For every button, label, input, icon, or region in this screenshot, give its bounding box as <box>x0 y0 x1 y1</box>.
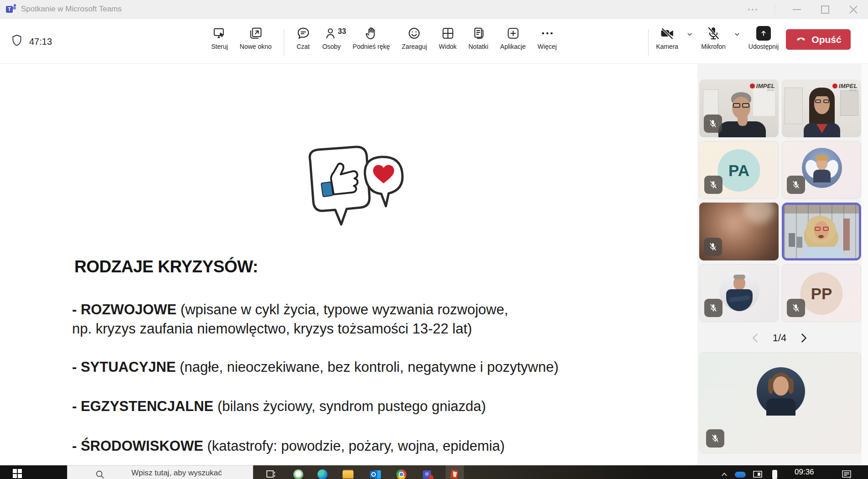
podnies-reke-button[interactable]: Podnieś rękę <box>353 26 390 50</box>
powerpoint-app-icon[interactable] <box>449 469 461 479</box>
chat-icon <box>296 26 311 41</box>
person-silhouette <box>784 205 859 258</box>
chrome-app-icon[interactable] <box>395 469 407 479</box>
shield-icon <box>11 34 23 49</box>
slide-paragraph: - ŚRODOWISKOWE (katastrofy: powodzie, po… <box>72 437 505 456</box>
widok-button[interactable]: Widok <box>439 26 457 50</box>
like-bubble <box>310 147 369 224</box>
participant-tile-avatar[interactable] <box>699 264 779 322</box>
shared-screen-slide: RODZAJE KRYZYSÓW: - ROZWOJOWE (wpisane w… <box>0 64 697 465</box>
window-titlebar: T Spotkanie w Microsoft Teams <box>0 0 868 19</box>
slide-paragraph: - SYTUACYJNE (nagłe, nieoczekiwane, bez … <box>72 358 559 377</box>
aplikacje-button[interactable]: Aplikacje <box>500 26 526 50</box>
windows-taskbar: 09:36 <box>0 465 868 479</box>
mic-muted-icon <box>787 299 805 317</box>
notes-icon <box>471 26 486 41</box>
maximize-icon[interactable] <box>819 3 832 16</box>
apps-plus-icon <box>506 26 520 41</box>
leave-label: Opuść <box>811 34 841 45</box>
speech-bubbles-illustration <box>292 142 407 244</box>
participant-tile-initials[interactable]: PP <box>782 264 861 322</box>
share-screen-icon <box>756 26 771 41</box>
tray-chevron-up-icon[interactable] <box>718 469 730 479</box>
teams-meeting-window: T Spotkanie w Microsoft Teams 47:13 <box>0 0 868 479</box>
mic-muted-icon <box>706 429 724 448</box>
toolbar-divider <box>648 29 649 56</box>
display-tray-icon[interactable] <box>752 469 764 479</box>
pager-next-icon[interactable] <box>799 333 808 344</box>
hangup-phone-icon <box>795 32 807 47</box>
participant-tile-avatar[interactable] <box>782 141 861 199</box>
meeting-timer: 47:13 <box>29 36 52 47</box>
teams-app-icon: T <box>6 4 17 15</box>
more-dots-icon <box>540 26 555 41</box>
taskbar-search[interactable] <box>67 465 253 479</box>
steruj-button[interactable]: Steruj <box>211 26 228 50</box>
sidebar-right-gutter <box>862 64 868 465</box>
task-view-icon[interactable] <box>265 469 276 479</box>
react-smiley-icon <box>407 26 421 41</box>
teams-taskbar-icon[interactable] <box>422 469 434 479</box>
toolbar-divider <box>284 29 284 56</box>
slide-paragraph: - EGZYSTENCJALNE (bilans życiowy, syndro… <box>72 397 486 416</box>
phone-tray-icon[interactable] <box>769 469 780 479</box>
start-zone <box>0 465 67 479</box>
screen-control-icon <box>212 26 227 41</box>
udostepnij-button[interactable]: Udostępnij <box>748 26 779 50</box>
mic-muted-icon <box>704 299 722 317</box>
mic-muted-icon <box>704 115 722 133</box>
mikrofon-button[interactable]: Mikrofon <box>701 26 726 50</box>
onedrive-tray-icon[interactable] <box>734 469 746 479</box>
people-icon: 33 <box>324 26 339 41</box>
outlook-app-icon[interactable] <box>369 469 381 479</box>
participant-count: 33 <box>338 27 346 36</box>
opusc-leave-button[interactable]: Opuść <box>786 29 851 50</box>
mic-off-icon <box>706 26 721 41</box>
meeting-toolbar: 47:13 Steruj Nowe okno <box>0 19 868 64</box>
webex-app-icon[interactable] <box>292 469 304 479</box>
titlebar-divider <box>774 5 775 15</box>
video-tile-active-speaker[interactable] <box>782 203 861 260</box>
window-title: Spotkanie w Microsoft Teams <box>21 5 122 14</box>
notatki-button[interactable]: Notatki <box>468 26 489 50</box>
slide-heading: RODZAJE KRYZYSÓW: <box>74 257 258 276</box>
mic-muted-icon <box>704 238 722 256</box>
nowe-okno-button[interactable]: Nowe okno <box>240 26 272 50</box>
camera-chevron-down-icon[interactable] <box>686 30 694 40</box>
video-tile-blurred[interactable] <box>699 203 779 260</box>
zareaguj-button[interactable]: Zareaguj <box>402 26 427 50</box>
participants-sidebar: IMPELgroup IMPELgroup <box>697 64 868 465</box>
video-tile[interactable]: IMPELgroup <box>782 79 861 137</box>
mic-muted-icon <box>704 176 722 194</box>
participant-initials: PA <box>718 149 760 192</box>
wiecej-button[interactable]: Więcej <box>538 26 557 50</box>
edge-app-icon[interactable] <box>317 469 328 479</box>
czat-button[interactable]: Czat <box>296 26 311 50</box>
impel-logo-icon <box>750 83 755 89</box>
participant-tile-initials[interactable]: PA <box>699 141 779 199</box>
minimize-icon[interactable] <box>790 3 803 16</box>
search-icon <box>95 469 105 479</box>
osoby-button[interactable]: 33 Osoby <box>322 26 341 50</box>
slide-paragraph: - ROZWOJOWE (wpisane w cykl życia, typow… <box>72 300 508 338</box>
pager-indicator: 1/4 <box>773 332 787 344</box>
participants-pager: 1/4 <box>697 331 862 345</box>
participant-tile-large[interactable] <box>699 352 861 453</box>
kamera-button[interactable]: Kamera <box>656 26 678 50</box>
taskbar-clock[interactable]: 09:36 <box>795 468 814 477</box>
pager-prev-icon[interactable] <box>751 333 760 344</box>
camera-off-icon <box>660 26 675 41</box>
file-explorer-icon[interactable] <box>342 469 354 479</box>
mic-chevron-down-icon[interactable] <box>733 30 741 40</box>
start-button[interactable] <box>13 469 22 478</box>
search-input[interactable] <box>131 469 245 478</box>
impel-logo-icon <box>832 83 837 89</box>
view-grid-icon <box>441 26 455 41</box>
participant-initials: PP <box>800 272 843 315</box>
video-tile[interactable]: IMPELgroup <box>699 79 779 137</box>
action-center-icon[interactable] <box>841 469 852 479</box>
mic-muted-icon <box>787 176 805 194</box>
close-icon[interactable] <box>847 3 860 16</box>
popout-window-icon <box>249 26 263 41</box>
titlebar-more-icon[interactable] <box>746 3 759 16</box>
